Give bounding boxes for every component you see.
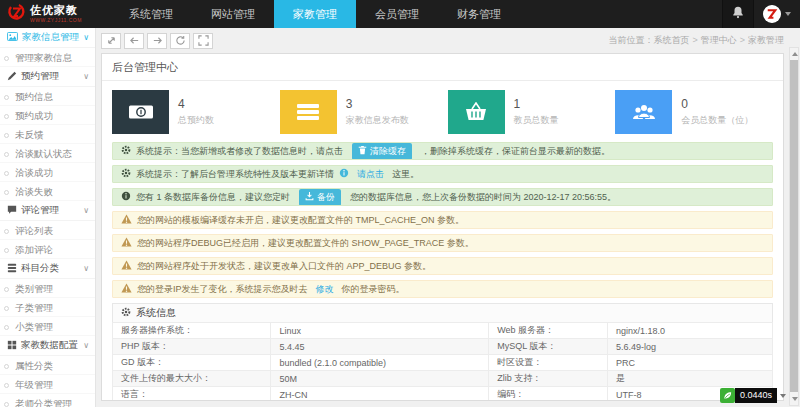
top-navbar: 佐优家教 WWW.ZYJJ11.COM 系统管理 网站管理 家教管理 会员管理 … [0, 0, 800, 28]
stack-icon [7, 263, 17, 275]
main-menu: 系统管理 网站管理 家教管理 会员管理 财务管理 [110, 0, 520, 28]
download-icon [305, 191, 314, 203]
logo-mark-icon [7, 3, 26, 26]
info-label: MySQL 版本： [489, 339, 608, 355]
sidebar-item-negotiation-default[interactable]: 洽谈默认状态 [0, 144, 95, 163]
bell-icon [731, 5, 745, 24]
section-label: 预约管理 [21, 70, 59, 83]
info-value: bundled (2.1.0 compatible) [271, 355, 489, 371]
gear-icon [121, 145, 131, 157]
refresh-button[interactable] [170, 33, 190, 49]
info-circle-icon [121, 191, 131, 203]
sidebar-item-negotiation-failed[interactable]: 洽谈失败 [0, 182, 95, 201]
vertical-scrollbar[interactable] [789, 47, 799, 406]
backup-button[interactable]: 备份 [299, 189, 341, 206]
stat-value: 3 [346, 97, 409, 111]
user-menu[interactable] [754, 0, 800, 28]
sidebar-item-attribute-category[interactable]: 属性分类 [0, 356, 95, 375]
clear-cache-button[interactable]: 清除缓存 [352, 143, 412, 160]
warning-icon [121, 214, 132, 226]
avatar [763, 5, 781, 23]
alert-clear-cache: 系统提示：当您新增或者修改了数据信息时，请点击 清除缓存 ，删除掉系统缓存，保证… [112, 142, 773, 160]
info-label: Zlib 支持： [489, 371, 608, 387]
info-label: 编码： [489, 387, 608, 402]
alert-text: ，删除掉系统缓存，保证前台显示最新的数据。 [421, 145, 610, 158]
breadcrumb-prefix: 当前位置： [608, 35, 653, 45]
sidebar-item-subcategory-mgmt[interactable]: 子类管理 [0, 298, 95, 317]
logo-title: 佐优家教 [30, 5, 82, 16]
server-icon [280, 90, 337, 134]
alert-login-ip: 您的登录IP发生了变化，系统提示您及时去 修改 你的登录密码。 [112, 280, 773, 298]
stat-label: 总预约数 [178, 114, 214, 127]
info-label: 文件上传的最大大小： [113, 371, 271, 387]
info-label: 语言： [113, 387, 271, 402]
nav-item-website[interactable]: 网站管理 [192, 0, 274, 28]
photo-icon [7, 32, 18, 43]
alert-text: 你的登录密码。 [342, 283, 405, 296]
fullscreen-button[interactable] [193, 33, 213, 49]
scroll-up-arrow-icon[interactable] [792, 52, 798, 56]
chevron-down-icon: ∨ [83, 341, 89, 350]
info-value: Linux [271, 323, 489, 339]
info-value: 5.6.49-log [607, 339, 772, 355]
alert-text: 您的网站程序DEBUG已经启用，建议更改配置文件的 SHOW_PAGE_TRAC… [137, 237, 474, 250]
banknote-icon [112, 90, 169, 134]
nav-item-members[interactable]: 会员管理 [356, 0, 438, 28]
sidebar-item-add-comment[interactable]: 添加评论 [0, 240, 95, 259]
info-value: 50M [271, 371, 489, 387]
app-logo[interactable]: 佐优家教 WWW.ZYJJ11.COM [0, 0, 92, 28]
stat-value: 1 [514, 97, 559, 111]
nav-item-tutoring[interactable]: 家教管理 [274, 0, 356, 28]
nav-item-finance[interactable]: 财务管理 [438, 0, 520, 28]
collapse-sidebar-button[interactable] [101, 33, 121, 49]
sidebar-item-teacher-category-mgmt[interactable]: 老师分类管理 [0, 394, 95, 407]
navbar-right [722, 0, 800, 28]
sidebar-item-grade-mgmt[interactable]: 年级管理 [0, 375, 95, 394]
chevron-down-icon [785, 12, 791, 16]
forward-button[interactable] [147, 33, 167, 49]
back-button[interactable] [124, 33, 144, 49]
sidebar-item-booking-info[interactable]: 预约信息 [0, 87, 95, 106]
trace-toggle-caret-icon[interactable] [780, 394, 786, 398]
alert-text: 您的网站程序处于开发状态，建议更改单入口文件的 APP_DEBUG 参数。 [137, 260, 431, 273]
click-here-link[interactable]: 请点击 [357, 168, 384, 181]
sidebar-item-no-feedback[interactable]: 未反馈 [0, 125, 95, 144]
logo-subtitle: WWW.ZYJJ11.COM [30, 18, 82, 23]
render-time: 0.0440s [735, 388, 777, 403]
table-row: 文件上传的最大大小： 50M Zlib 支持： 是 [113, 371, 773, 387]
stat-card-members: 0 会员总数量（位） [615, 90, 773, 134]
stat-card-bookings: 4 总预约数 [112, 90, 270, 134]
debug-trace-badge[interactable]: 0.0440s [720, 388, 786, 403]
gear-icon [121, 168, 131, 180]
system-info-section: 系统信息 服务器操作系统： Linux Web 服务器： nginx/1.18.… [112, 303, 773, 401]
change-password-link[interactable]: 修改 [316, 283, 334, 296]
sidebar: 家教信息管理 ∨ 管理家教信息 预约管理 ∨ 预约信息 预约成功 未反馈 洽谈默… [0, 28, 96, 407]
alert-text: 这里。 [392, 168, 419, 181]
breadcrumb-home[interactable]: 系统首页 [653, 35, 689, 45]
sidebar-item-manage-tutor-info[interactable]: 管理家教信息 [0, 48, 95, 67]
basket-icon [448, 90, 505, 134]
breadcrumb-current[interactable]: 家教管理 [748, 35, 784, 45]
section-label: 家教信息管理 [22, 31, 79, 44]
table-row: GD 版本： bundled (2.1.0 compatible) 时区设置： … [113, 355, 773, 371]
sidebar-item-negotiation-success[interactable]: 洽谈成功 [0, 163, 95, 182]
sidebar-section-comments[interactable]: 评论管理 ∨ [0, 201, 95, 221]
nav-item-system[interactable]: 系统管理 [110, 0, 192, 28]
sidebar-item-booking-success[interactable]: 预约成功 [0, 106, 95, 125]
sidebar-item-comment-list[interactable]: 评论列表 [0, 221, 95, 240]
sidebar-item-minor-category-mgmt[interactable]: 小类管理 [0, 317, 95, 336]
sidebar-section-data-config[interactable]: 家教数据配置 ∨ [0, 336, 95, 356]
scroll-down-arrow-icon[interactable] [792, 397, 798, 401]
sidebar-item-category-mgmt[interactable]: 类别管理 [0, 279, 95, 298]
scrollbar-thumb[interactable] [790, 60, 798, 392]
warning-icon [121, 283, 132, 295]
notifications-button[interactable] [722, 0, 754, 28]
section-label: 评论管理 [21, 204, 59, 217]
sidebar-section-booking[interactable]: 预约管理 ∨ [0, 67, 95, 87]
table-row: 语言： ZH-CN 编码： UTF-8 [113, 387, 773, 402]
sidebar-section-tutor-info[interactable]: 家教信息管理 ∨ [0, 28, 95, 48]
content-topbar: 当前位置：系统首页>管理中心>家教管理 [101, 31, 784, 50]
info-value: 5.4.45 [271, 339, 489, 355]
sidebar-section-subjects[interactable]: 科目分类 ∨ [0, 259, 95, 279]
breadcrumb-admin-center[interactable]: 管理中心 [701, 35, 737, 45]
